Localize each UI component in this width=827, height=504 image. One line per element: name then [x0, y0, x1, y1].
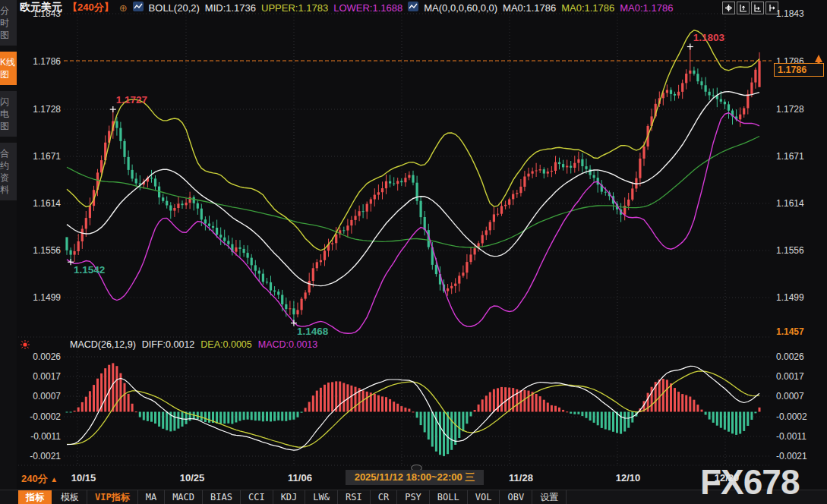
sidebar-tab-1[interactable]: 分时图: [0, 0, 17, 46]
price-tick-right: 1.1728: [776, 104, 825, 115]
toolbar-item-VIP指标[interactable]: VIP指标: [87, 490, 138, 504]
period-badge[interactable]: 【240分】: [68, 1, 114, 14]
macd-title: MACD(26,12,9): [70, 339, 136, 350]
watermark: FX678: [700, 461, 800, 502]
macd-tick-right: 0.0007: [776, 391, 825, 402]
date-label-11/06: 11/06: [288, 472, 312, 484]
toolbar-item-BIAS[interactable]: BIAS: [203, 490, 241, 504]
price-tick-left: 1.1499: [18, 292, 61, 303]
macd-tick-right: -0.0002: [776, 411, 825, 422]
boll-chart-icon[interactable]: [133, 2, 144, 14]
chart-tool-buttons: [722, 2, 778, 14]
boll-label: BOLL(20,2): [149, 2, 200, 14]
macd-tick-right: 0.0017: [776, 371, 825, 382]
toolbar-item-CCI[interactable]: CCI: [241, 490, 273, 504]
ma-label: MA(0,0,0,60,0,0): [424, 2, 497, 14]
toolbar-item-CR[interactable]: CR: [371, 490, 397, 504]
macd-tick-left: -0.0011: [18, 431, 61, 442]
toolbar-item-BOLL[interactable]: BOLL: [430, 490, 468, 504]
toolbar-item-指标[interactable]: 指标: [18, 490, 52, 504]
macd-tick-left: -0.0021: [18, 451, 61, 461]
toolbar-item-RSI[interactable]: RSI: [338, 490, 371, 504]
price-tick-right: 1.1614: [776, 198, 825, 209]
price-tick-left: 1.1614: [18, 198, 61, 209]
trading-terminal: 1.17271.15421.14681.1803 分时图K线图闪电图合约资料 欧…: [0, 0, 827, 504]
toolbar-item-LW&[interactable]: LW&: [305, 490, 338, 504]
price-annotation-1: 1.1727: [116, 94, 147, 106]
macd-diff-value: DIFF:0.0012: [142, 339, 194, 350]
macd-tick-right: 0.0026: [776, 351, 825, 362]
date-label-11/28: 11/28: [509, 472, 533, 484]
price-annotation-3: 1.1468: [297, 326, 329, 337]
sidebar: 分时图K线图闪电图合约资料: [0, 0, 17, 504]
toolbar-item-PSY[interactable]: PSY: [397, 490, 430, 504]
sidebar-tab-4[interactable]: 合约资料: [0, 143, 17, 200]
sidebar-tab-2[interactable]: K线图: [0, 52, 17, 85]
date-label-12/10: 12/10: [616, 472, 641, 484]
macd-macd-value: MACD:0.0013: [258, 339, 318, 350]
toolbar-item-OBV[interactable]: OBV: [500, 490, 532, 504]
macd-tick-right: -0.0011: [776, 431, 825, 442]
chart-canvas[interactable]: 1.17271.15421.14681.1803: [0, 0, 827, 504]
compare-add-icon[interactable]: ⊕: [119, 2, 128, 14]
toolbar-item-KDJ[interactable]: KDJ: [273, 490, 306, 504]
price-tick-left: 1.1728: [18, 104, 61, 115]
date-label-10/25: 10/25: [180, 472, 205, 484]
macd-dea-value: DEA:0.0005: [200, 339, 251, 350]
macd-tick-left: 0.0026: [18, 351, 61, 362]
toolbar-item-设置[interactable]: 设置: [532, 490, 567, 504]
current-price-box: 1.1786: [774, 63, 824, 77]
macd-header: MACD(26,12,9) DIFF:0.0012 DEA:0.0005 MAC…: [18, 339, 324, 351]
macd-tick-right: -0.0021: [776, 451, 825, 461]
sidebar-tab-3[interactable]: 闪电图: [0, 91, 17, 137]
price-tick-right: 1.1556: [776, 245, 825, 256]
boll-upper-value: UPPER:1.1783: [261, 2, 328, 14]
zoom-horizontal-icon[interactable]: [751, 2, 764, 14]
indicator-header: 欧元美元 【240分】 ⊕ BOLL(20,2) MID:1.1736 UPPE…: [20, 0, 678, 15]
panel-low-price: 1.1457: [776, 326, 825, 337]
price-annotation-2: 1.1542: [74, 264, 105, 276]
zoom-vertical-icon[interactable]: [737, 2, 750, 14]
toolbar-item-VOL[interactable]: VOL: [468, 490, 500, 504]
toolbar-item-MACD[interactable]: MACD: [165, 490, 203, 504]
price-tick-left: 1.1556: [18, 245, 61, 256]
price-tick-right: 1.1671: [776, 151, 825, 162]
price-tick-left: 1.1786: [18, 56, 61, 67]
toolbar-item-模板[interactable]: 模板: [53, 490, 87, 504]
period-selector[interactable]: 240分 ▲: [21, 472, 58, 486]
ma0-value-white: MA0:1.1786: [503, 2, 556, 14]
macd-tick-left: 0.0007: [18, 391, 61, 402]
toolbar-item-MA[interactable]: MA: [138, 490, 165, 504]
crosshair-date-tooltip: 2025/11/12 18:00~22:00 三: [346, 470, 484, 485]
ma-chart-icon[interactable]: [408, 2, 418, 14]
price-tick-left: 1.1671: [18, 151, 61, 162]
alert-starburst-icon[interactable]: [20, 339, 30, 351]
price-tick-left: 1.1843: [18, 8, 61, 19]
price-annotation-4: 1.1803: [693, 32, 725, 43]
date-label-10/15: 10/15: [71, 472, 96, 484]
price-tick-right: 1.1843: [776, 8, 825, 19]
macd-tick-left: 0.0017: [18, 371, 61, 382]
ma0-value-magenta: MA0:1.1786: [620, 2, 673, 14]
macd-tick-left: -0.0002: [18, 411, 61, 422]
ma0-value-yellow: MA0:1.1786: [561, 2, 614, 14]
boll-mid-value: MID:1.1736: [205, 2, 256, 14]
move-crosshair-icon[interactable]: [722, 2, 735, 14]
price-tick-right: 1.1499: [776, 292, 825, 303]
boll-lower-value: LOWER:1.1688: [333, 2, 402, 14]
caret-up-icon: ▲: [50, 475, 58, 484]
